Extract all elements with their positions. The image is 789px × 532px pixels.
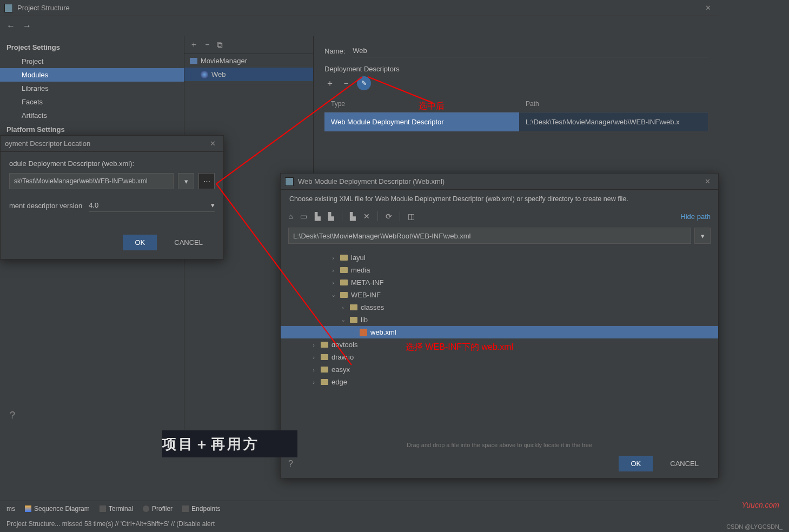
dd-cell-path: L:\Desk\Test\MovieManager\web\WEB-INF\we… [519,112,708,131]
sidebar-item-modules[interactable]: Modules [0,68,184,82]
chevron-icon[interactable]: › [339,304,347,311]
name-label: Name: [324,47,345,55]
file-icon [360,329,367,336]
file-tree-label: web.xml [370,328,396,336]
file-tree-row[interactable]: ›META-INF [281,276,718,289]
file-tree-row[interactable]: ⌄WEB-INF [281,289,718,301]
file-tree-row[interactable]: web.xml [281,326,718,338]
back-arrow-icon[interactable]: ← [6,21,15,31]
cancel-button[interactable]: CANCEL [162,235,215,250]
new-folder-icon[interactable]: ▙ [350,212,356,221]
chevron-icon[interactable]: › [329,280,337,286]
project-icon[interactable]: ▙ [315,212,321,221]
dd-remove-icon[interactable]: － [341,78,352,89]
folder-icon [321,379,328,385]
bb-terminal[interactable]: Terminal [100,505,133,513]
file-tree-label: lib [361,316,368,324]
folder-icon [340,255,348,261]
dialog1-label: odule Deployment Descriptor (web.xml): [9,159,215,168]
dropdown-icon[interactable]: ▾ [178,173,194,189]
file-tree-label: META-INF [351,278,383,287]
file-tree-label: edge [331,378,347,386]
folder-icon [340,292,348,298]
file-path-input[interactable] [288,228,691,244]
sidebar-item-libraries[interactable]: Libraries [0,82,184,95]
chevron-icon[interactable]: ⌄ [339,316,347,323]
file-tree-label: layui [351,254,366,262]
bb-ms[interactable]: ms [6,505,15,513]
desktop-icon[interactable]: ▭ [300,212,307,221]
file-tree-row[interactable]: ›draw.io [281,351,718,363]
cancel-button[interactable]: CANCEL [658,456,711,471]
chevron-icon[interactable]: › [310,379,317,385]
folder-icon [350,304,357,310]
dd-edit-icon[interactable]: ✎ [357,76,371,90]
ok-button[interactable]: OK [123,235,157,250]
add-icon[interactable]: ＋ [190,39,198,50]
folder-icon [350,317,357,323]
tree-row-web[interactable]: Web [184,68,313,81]
nav-row: ← → [0,16,719,36]
path-dropdown-icon[interactable]: ▾ [694,228,711,244]
file-tree-row[interactable]: ›easyx [281,363,718,376]
file-chooser-hint: Drag and drop a file into the space abov… [281,438,718,451]
descriptor-path-input[interactable] [9,173,174,189]
help-icon[interactable]: ? [288,459,293,469]
forward-arrow-icon[interactable]: → [23,21,31,31]
tree-label: Web [211,70,226,78]
help-icon[interactable]: ? [10,410,15,421]
dialog2-instruction: Choose existing XML file for Web Module … [281,190,718,208]
dd-add-icon[interactable]: ＋ [324,78,335,89]
sidebar-item-project[interactable]: Project [0,55,184,68]
refresh-icon[interactable]: ⟳ [386,212,392,221]
chevron-icon[interactable]: › [329,255,337,261]
file-tree[interactable]: ›layui›media›META-INF⌄WEB-INF›classes⌄li… [281,249,718,438]
name-input[interactable] [353,44,708,57]
dialog2-title: Web Module Deployment Descriptor (Web.xm… [298,177,445,185]
dd-cell-type: Web Module Deployment Descriptor [324,112,519,131]
folder-icon [321,342,328,348]
sidebar-item-artifacts[interactable]: Artifacts [0,109,184,122]
chevron-icon[interactable]: › [310,342,317,348]
module-icon[interactable]: ▙ [328,212,334,221]
file-tree-label: classes [361,303,384,311]
dd-row[interactable]: Web Module Deployment Descriptor L:\Desk… [324,112,708,131]
sidebar-item-facets[interactable]: Facets [0,95,184,109]
ok-button[interactable]: OK [619,456,653,471]
chevron-icon[interactable]: › [329,267,337,274]
close-icon[interactable]: ✕ [207,139,219,148]
chevron-icon[interactable]: ⌄ [329,291,337,298]
file-tree-label: devtools [331,341,357,349]
status-line: Project Structure... missed 53 time(s) /… [0,518,719,530]
file-tree-row[interactable]: ›classes [281,301,718,314]
banner-text: 项目＋再用方 [162,430,297,457]
app-icon [4,4,13,12]
close-icon[interactable]: ✕ [702,4,714,12]
file-tree-row[interactable]: ›devtools [281,338,718,351]
file-tree-row[interactable]: ›layui [281,251,718,264]
delete-icon[interactable]: ✕ [363,212,370,221]
version-select[interactable]: 4.0 ▾ [89,199,215,212]
file-chooser-dialog: Web Module Deployment Descriptor (Web.xm… [280,173,719,478]
close-icon[interactable]: ✕ [701,177,714,185]
hide-path-link[interactable]: Hide path [680,212,711,221]
file-tree-row[interactable]: ›edge [281,376,718,388]
chevron-icon[interactable]: › [310,367,317,373]
web-icon [201,71,208,78]
bb-sequence-diagram[interactable]: Sequence Diagram [25,505,90,513]
tree-row-moviemanager[interactable]: MovieManager [184,54,313,68]
file-tree-row[interactable]: ›media [281,264,718,276]
file-tree-label: easyx [331,365,350,374]
bb-profiler[interactable]: Profiler [143,505,173,513]
bb-endpoints[interactable]: Endpoints [182,505,220,513]
chevron-icon[interactable]: › [310,354,317,361]
remove-icon[interactable]: － [203,39,211,50]
csdn-watermark: CSDN @LYGCSDN_ [726,523,783,530]
file-tree-label: media [351,266,370,274]
copy-icon[interactable]: ⧉ [217,40,223,50]
browse-button[interactable]: ⋯ [198,173,215,189]
show-hidden-icon[interactable]: ◫ [408,212,415,221]
file-tree-row[interactable]: ⌄lib [281,314,718,326]
descriptor-location-dialog: oyment Descriptor Location ✕ odule Deplo… [0,135,224,260]
home-icon[interactable]: ⌂ [288,212,293,221]
